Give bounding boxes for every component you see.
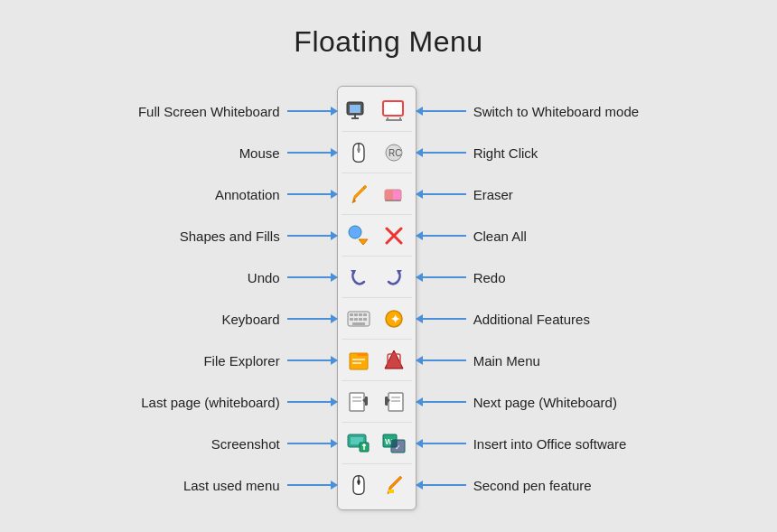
toolbar-row-1[interactable] [342, 90, 412, 132]
toolbar-row-2[interactable]: RC [342, 132, 412, 173]
list-item: Full Screen Whiteboard [138, 90, 337, 132]
main-menu-icon[interactable] [378, 344, 410, 377]
svg-point-63 [357, 480, 360, 484]
mouse-icon[interactable] [342, 136, 375, 169]
toolbar-row-8[interactable] [342, 381, 412, 423]
file-explorer-icon[interactable] [342, 344, 375, 377]
list-item: Annotation [215, 173, 337, 215]
list-item: Redo [417, 257, 506, 298]
svg-text:RC: RC [388, 148, 401, 158]
svg-rect-26 [350, 313, 353, 316]
label-full-screen-whiteboard: Full Screen Whiteboard [138, 104, 280, 119]
floating-menu-toolbar[interactable]: RC [337, 86, 417, 510]
arrow-left-icon [417, 359, 466, 361]
svg-rect-3 [351, 117, 359, 119]
page-title: Floating Menu [294, 25, 482, 59]
toolbar-row-9[interactable]: W ✓ [342, 423, 412, 464]
svg-rect-31 [354, 318, 358, 321]
arrow-right-icon [287, 443, 337, 444]
annotation-pen-icon[interactable] [342, 178, 375, 210]
svg-rect-34 [352, 322, 365, 325]
label-shapes-fills: Shapes and Fills [180, 229, 280, 244]
whiteboard-mode-icon[interactable] [378, 95, 410, 127]
svg-rect-32 [359, 318, 362, 321]
arrow-right-icon [287, 318, 337, 320]
toolbar-row-5[interactable] [342, 257, 412, 298]
list-item: Right Click [417, 132, 538, 173]
fullscreen-whiteboard-icon[interactable] [342, 95, 375, 127]
svg-rect-28 [359, 313, 362, 316]
svg-rect-48 [388, 393, 403, 411]
arrow-left-icon [417, 152, 466, 154]
label-keyboard: Keyboard [221, 312, 279, 327]
svg-point-10 [357, 147, 360, 152]
list-item: Insert into Office software [417, 423, 627, 464]
shapes-fills-icon[interactable] [342, 219, 375, 252]
svg-rect-1 [350, 105, 360, 113]
svg-rect-17 [385, 190, 393, 201]
list-item: Last page (whiteboard) [141, 381, 336, 423]
eraser-icon[interactable] [378, 178, 410, 210]
clean-all-icon[interactable] [378, 219, 410, 252]
arrow-left-icon [417, 193, 466, 195]
next-page-icon[interactable] [378, 386, 410, 418]
svg-rect-29 [363, 313, 367, 316]
right-click-icon[interactable]: RC [378, 136, 410, 169]
arrow-left-icon [417, 318, 466, 320]
svg-text:✦: ✦ [390, 313, 400, 326]
arrow-left-icon [417, 443, 466, 444]
arrow-left-icon [417, 276, 466, 278]
label-undo: Undo [248, 270, 280, 285]
list-item: Main Menu [417, 340, 540, 381]
list-item: File Explorer [203, 340, 336, 381]
last-used-menu-icon[interactable] [342, 469, 375, 501]
svg-text:✓: ✓ [395, 443, 401, 452]
additional-features-icon[interactable]: ✦ [378, 303, 410, 335]
label-insert-office: Insert into Office software [473, 436, 627, 452]
arrow-left-icon [417, 484, 466, 486]
list-item: Switch to Whiteboard mode [417, 90, 639, 132]
toolbar-row-7[interactable] [342, 340, 412, 381]
label-additional-features: Additional Features [473, 312, 590, 327]
arrow-right-icon [287, 484, 337, 486]
list-item: Keyboard [221, 298, 336, 340]
label-mouse: Mouse [239, 145, 280, 161]
left-label-group: Full Screen Whiteboard Mouse Annotation … [138, 90, 337, 506]
diagram: Full Screen Whiteboard Mouse Annotation … [138, 86, 639, 510]
arrow-right-icon [287, 359, 337, 361]
prev-page-icon[interactable] [342, 386, 375, 418]
list-item: Last used menu [183, 464, 337, 506]
svg-rect-40 [352, 362, 361, 364]
svg-point-19 [349, 226, 361, 238]
list-item: Second pen feature [417, 464, 592, 506]
list-item: Screenshot [211, 423, 337, 464]
redo-icon[interactable] [378, 261, 410, 294]
label-screenshot: Screenshot [211, 436, 280, 452]
arrow-left-icon [417, 110, 466, 112]
toolbar-row-3[interactable] [342, 173, 412, 215]
svg-rect-33 [363, 318, 367, 321]
list-item: Next page (Whiteboard) [417, 381, 617, 423]
svg-marker-20 [359, 239, 368, 245]
svg-rect-66 [388, 490, 394, 493]
label-main-menu: Main Menu [473, 353, 540, 369]
keyboard-icon[interactable] [342, 303, 375, 335]
insert-office-icon[interactable]: W ✓ [378, 427, 410, 460]
svg-rect-27 [354, 313, 358, 316]
svg-rect-30 [350, 318, 353, 321]
label-redo: Redo [473, 270, 506, 285]
toolbar-row-10[interactable] [342, 464, 412, 506]
label-annotation: Annotation [215, 187, 280, 202]
toolbar-row-6[interactable]: ✦ [342, 298, 412, 340]
undo-icon[interactable] [342, 261, 375, 294]
label-last-page: Last page (whiteboard) [141, 395, 279, 410]
label-last-used: Last used menu [183, 478, 280, 493]
second-pen-icon[interactable] [378, 469, 410, 501]
arrow-right-icon [287, 110, 337, 112]
screenshot-icon[interactable] [342, 427, 375, 460]
label-clean-all: Clean All [473, 229, 527, 244]
arrow-right-icon [287, 276, 337, 278]
list-item: Clean All [417, 215, 527, 257]
toolbar-row-4[interactable] [342, 215, 412, 257]
svg-rect-39 [352, 359, 365, 360]
